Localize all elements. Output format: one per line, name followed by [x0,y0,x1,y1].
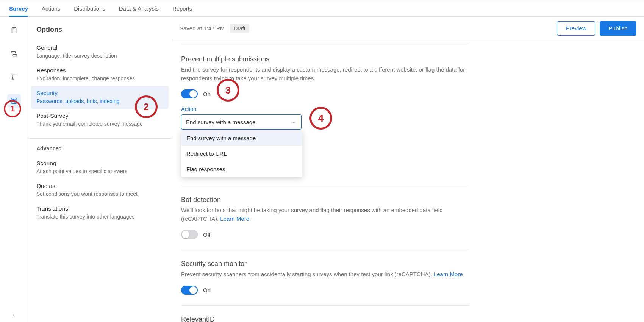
sidebar-item-sub: Translate this survey into other languag… [36,214,163,220]
sidebar-item-label: Quotas [36,183,163,189]
clipboard-icon[interactable] [7,23,21,37]
tab-actions[interactable]: Actions [42,0,60,16]
sidebar-item-label: Post-Survey [36,113,163,119]
security-scan-toggle[interactable] [181,286,198,295]
sidebar-item-sub: Attach point values to specific answers [36,168,163,174]
tab-distributions[interactable]: Distributions [74,0,105,16]
sidebar-item-label: Responses [36,67,163,74]
sidebar-item-sub: Thank you email, completed survey messag… [36,121,163,127]
expand-rail-icon[interactable]: › [13,312,15,320]
tab-survey[interactable]: Survey [9,0,28,16]
action-dropdown: End survey with a message Redirect to UR… [181,130,302,177]
svg-point-5 [12,99,13,100]
tab-data-analysis[interactable]: Data & Analysis [119,0,159,16]
svg-point-6 [14,101,16,102]
option-redirect-url[interactable]: Redirect to URL [181,146,302,161]
sidebar-item-general[interactable]: General Language, title, survey descript… [28,41,172,63]
learn-more-link[interactable]: Learn More [220,216,249,222]
block-prevent-multiple: Prevent multiple submissions End the sur… [181,44,469,186]
block-relevantid: RelevantID Analyze a respondent's browse… [181,305,469,322]
sidebar-item-sub: Set conditions you want responses to mee… [36,191,163,197]
sidebar-item-label: Translations [36,205,163,212]
toggle-state-label: On [203,287,211,293]
top-tabs: Survey Actions Distributions Data & Anal… [0,0,644,17]
sidebar-item-sub: Passwords, uploads, bots, indexing [36,98,163,104]
sidebar-item-label: Scoring [36,160,163,167]
main-area: Saved at 1:47 PM Draft Preview Publish P… [172,17,644,322]
block-title: Bot detection [181,196,469,204]
block-security-scan: Security scan monitor Prevent security s… [181,250,469,305]
block-bot-detection: Bot detection We'll look for bots that m… [181,186,469,250]
block-description: We'll look for bots that might be taking… [181,206,469,223]
status-badge: Draft [230,24,249,33]
sidebar-item-label: Security [36,90,163,97]
learn-more-link[interactable]: Learn More [434,271,463,277]
action-select[interactable]: End survey with a message ︿ End survey w… [181,114,302,130]
block-title: Security scan monitor [181,260,469,268]
prevent-multiple-toggle[interactable] [181,89,198,98]
sidebar-item-security[interactable]: Security Passwords, uploads, bots, index… [31,86,169,109]
sidebar-item-label: General [36,44,163,51]
toggle-state-label: On [203,91,211,97]
chevron-up-icon: ︿ [292,119,297,125]
preview-button[interactable]: Preview [557,21,595,36]
sidebar-item-quotas[interactable]: Quotas Set conditions you want responses… [28,179,172,202]
options-heading: Options [36,26,172,34]
block-title: RelevantID [181,316,469,322]
advanced-section-label: Advanced [28,144,172,156]
block-title: Prevent multiple submissions [181,55,469,63]
sidebar-item-responses[interactable]: Responses Expiration, incomplete, change… [28,63,172,86]
block-description: End the survey for respondents and displ… [181,66,469,83]
block-description: Prevent security scanners from accidenta… [181,270,469,279]
options-sidebar: Options General Language, title, survey … [28,17,172,322]
sidebar-item-sub: Language, title, survey description [36,53,163,59]
settings-sliders-icon[interactable] [7,94,21,108]
divider [28,138,172,139]
left-rail: › [0,17,28,322]
paintbrush-icon[interactable] [7,70,21,84]
action-field-label: Action [181,106,469,112]
sidebar-item-sub: Expiration, incomplete, change responses [36,75,163,81]
svg-rect-2 [11,52,15,53]
saved-timestamp: Saved at 1:47 PM [180,25,225,31]
flow-icon[interactable] [7,47,21,61]
publish-button[interactable]: Publish [600,21,636,36]
sidebar-item-post-survey[interactable]: Post-Survey Thank you email, completed s… [28,109,172,131]
main-header: Saved at 1:47 PM Draft Preview Publish [172,17,644,40]
tab-reports[interactable]: Reports [172,0,192,16]
desc-text: Prevent security scanners from accidenta… [181,271,434,277]
option-flag-responses[interactable]: Flag responses [181,161,302,177]
select-value: End survey with a message [186,119,255,125]
toggle-state-label: Off [203,231,211,238]
svg-rect-4 [11,98,17,104]
bot-detection-toggle[interactable] [181,230,198,239]
option-end-with-message[interactable]: End survey with a message [181,130,302,146]
sidebar-item-scoring[interactable]: Scoring Attach point values to specific … [28,156,172,179]
svg-rect-3 [13,55,17,56]
sidebar-item-translations[interactable]: Translations Translate this survey into … [28,202,172,224]
